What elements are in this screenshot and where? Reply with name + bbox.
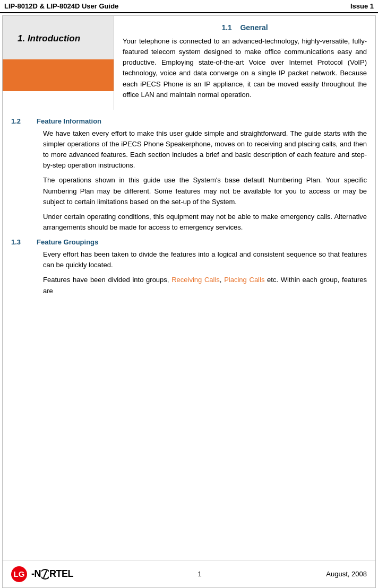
spacer [3, 305, 375, 560]
section-1-3-paragraph2-start: Features have been divided into groups, [43, 276, 171, 284]
footer-page-number: 1 [198, 570, 202, 578]
sidebar: 1. Introduction [3, 16, 114, 110]
header-title: LIP-8012D & LIP-8024D User Guide [4, 2, 118, 10]
sidebar-chapter-title: 1. Introduction [10, 25, 106, 52]
footer-logo: LG -N RTEL [11, 566, 73, 582]
nortel-n: -N [31, 568, 41, 580]
section-1-3-paragraph1: Every effort has been taken to divide th… [43, 249, 367, 270]
section-1-2-paragraph2: The operations shown in this guide use t… [43, 175, 367, 207]
section-1-3-heading-row: 1.3 Feature Groupings [11, 238, 367, 246]
full-sections: 1.2 Feature Information We have taken ev… [3, 110, 375, 305]
footer-date: August, 2008 [326, 570, 367, 578]
sidebar-label-box: 1. Introduction [3, 16, 114, 59]
section-1-2-title: Feature Information [37, 117, 101, 125]
section-1-3-sep: , [220, 276, 224, 284]
section-1-1-number: 1.1 [221, 23, 231, 32]
page-header: LIP-8012D & LIP-8024D User Guide Issue 1 [0, 0, 378, 13]
header-issue: Issue 1 [350, 2, 374, 10]
receiving-calls-link[interactable]: Receiving Calls [171, 276, 220, 284]
top-section: 1. Introduction 1.1 General Your telepho… [3, 16, 375, 110]
lg-logo: LG [11, 566, 27, 582]
page-footer: LG -N RTEL 1 August, 2008 [3, 560, 375, 587]
section-1-3-title: Feature Groupings [37, 238, 98, 246]
section-1-1-title: General [240, 23, 268, 32]
content-wrapper: 1. Introduction 1.1 General Your telepho… [2, 15, 376, 588]
nortel-icon [41, 568, 49, 580]
section-1-3-number: 1.3 [11, 238, 37, 246]
svg-line-1 [44, 571, 47, 578]
main-content: 1.1 General Your telephone is connected … [114, 16, 375, 110]
section-1-1-heading: 1.1 General [123, 23, 367, 32]
section-1-2-heading-row: 1.2 Feature Information [11, 117, 367, 125]
section-1-1-paragraph: Your telephone is connected to an advanc… [123, 36, 367, 100]
placing-calls-link[interactable]: Placing Calls [224, 276, 264, 284]
nortel-logo: -N RTEL [31, 568, 73, 580]
section-1-3-paragraph2: Features have been divided into groups, … [43, 275, 367, 296]
sidebar-orange-bar [3, 59, 114, 91]
nortel-rtel: RTEL [49, 568, 73, 580]
section-1-2-paragraph3: Under certain operating conditions, this… [43, 212, 367, 233]
section-1-2-paragraph1: We have taken every effort to make this … [43, 128, 367, 171]
section-1-2-number: 1.2 [11, 117, 37, 125]
page-wrapper: LIP-8012D & LIP-8024D User Guide Issue 1… [0, 0, 378, 588]
